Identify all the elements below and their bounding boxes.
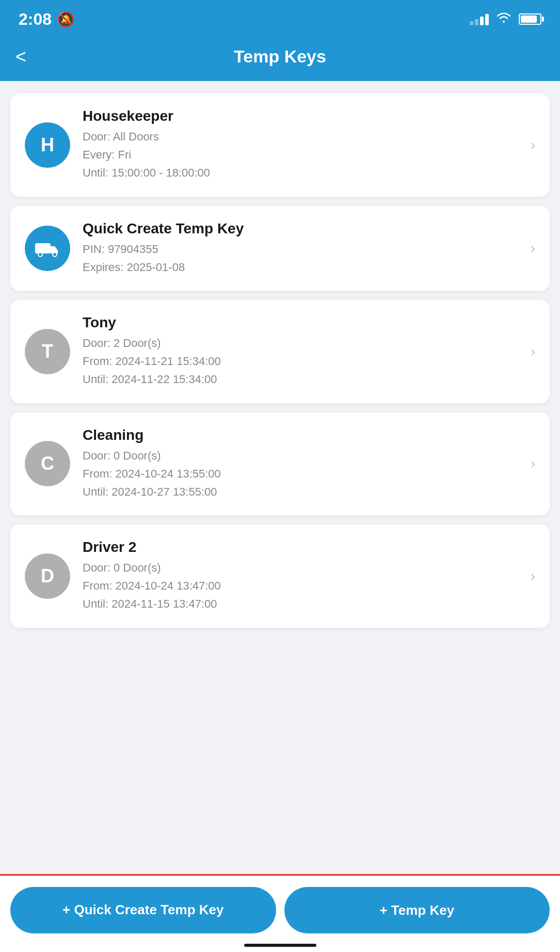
card-quick-create[interactable]: Quick Create Temp Key PIN: 97904355 Expi… xyxy=(10,206,550,291)
bottom-bar: + Quick Create Temp Key + Temp Key xyxy=(0,876,560,952)
card-name-driver2: Driver 2 xyxy=(83,539,518,556)
card-info-quick-create: Quick Create Temp Key PIN: 97904355 Expi… xyxy=(83,220,518,276)
wifi-icon xyxy=(496,11,511,27)
add-temp-key-button[interactable]: + Temp Key xyxy=(284,887,550,933)
card-driver2[interactable]: D Driver 2 Door: 0 Door(s) From: 2024-10… xyxy=(10,525,550,628)
card-detail-housekeeper: Door: All Doors Every: Fri Until: 15:00:… xyxy=(83,128,518,182)
svg-point-2 xyxy=(53,252,57,257)
svg-rect-0 xyxy=(35,243,51,253)
card-info-tony: Tony Door: 2 Door(s) From: 2024-11-21 15… xyxy=(83,314,518,389)
bell-icon: 🔕 xyxy=(57,11,75,28)
card-info-housekeeper: Housekeeper Door: All Doors Every: Fri U… xyxy=(83,108,518,182)
quick-create-button[interactable]: + Quick Create Temp Key xyxy=(10,887,276,933)
header: < Temp Keys xyxy=(0,36,560,81)
card-name-quick-create: Quick Create Temp Key xyxy=(83,220,518,237)
card-housekeeper[interactable]: H Housekeeper Door: All Doors Every: Fri… xyxy=(10,93,550,197)
avatar-driver2: D xyxy=(25,553,70,599)
card-name-housekeeper: Housekeeper xyxy=(83,108,518,124)
signal-icon xyxy=(470,13,489,25)
status-bar: 2:08 🔕 xyxy=(0,0,560,36)
back-button[interactable]: < xyxy=(15,47,26,66)
card-info-driver2: Driver 2 Door: 0 Door(s) From: 2024-10-2… xyxy=(83,539,518,613)
avatar-quick-create xyxy=(25,226,70,271)
card-name-tony: Tony xyxy=(83,314,518,331)
chevron-icon-driver2: › xyxy=(531,568,535,584)
chevron-icon-quick-create: › xyxy=(531,240,535,257)
card-cleaning[interactable]: C Cleaning Door: 0 Door(s) From: 2024-10… xyxy=(10,412,550,516)
avatar-housekeeper: H xyxy=(25,122,70,168)
battery-icon xyxy=(519,13,541,25)
card-tony[interactable]: T Tony Door: 2 Door(s) From: 2024-11-21 … xyxy=(10,300,550,403)
home-indicator xyxy=(244,944,316,947)
svg-point-1 xyxy=(38,252,42,257)
status-time: 2:08 🔕 xyxy=(19,10,75,29)
card-detail-driver2: Door: 0 Door(s) From: 2024-10-24 13:47:0… xyxy=(83,559,518,613)
time-display: 2:08 xyxy=(19,10,52,29)
content-area: H Housekeeper Door: All Doors Every: Fri… xyxy=(0,81,560,731)
card-name-cleaning: Cleaning xyxy=(83,427,518,443)
chevron-icon-tony: › xyxy=(531,343,535,360)
card-detail-tony: Door: 2 Door(s) From: 2024-11-21 15:34:0… xyxy=(83,334,518,389)
avatar-cleaning: C xyxy=(25,441,70,486)
page-title: Temp Keys xyxy=(234,46,326,67)
status-icons xyxy=(470,11,541,27)
chevron-icon-cleaning: › xyxy=(531,455,535,472)
card-detail-quick-create: PIN: 97904355 Expires: 2025-01-08 xyxy=(83,240,518,276)
card-detail-cleaning: Door: 0 Door(s) From: 2024-10-24 13:55:0… xyxy=(83,447,518,501)
card-info-cleaning: Cleaning Door: 0 Door(s) From: 2024-10-2… xyxy=(83,427,518,501)
chevron-icon-housekeeper: › xyxy=(531,137,535,153)
avatar-tony: T xyxy=(25,329,70,374)
